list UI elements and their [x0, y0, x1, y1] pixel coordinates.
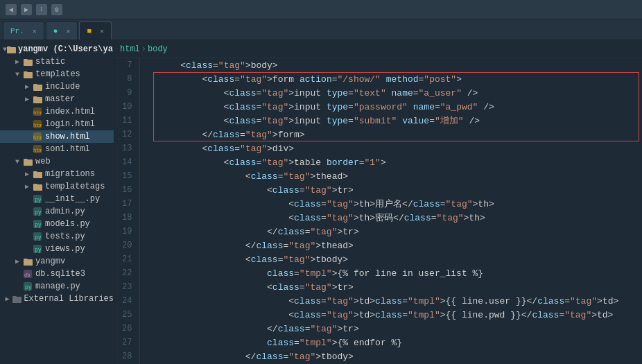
tab-urls-py[interactable]: Pr. ✕	[3, 21, 44, 40]
sidebar-item-yangmv[interactable]: ▼yangmv (C:\Users\ya...	[0, 43, 114, 55]
tree-icon-views_py: py	[32, 244, 43, 254]
line-content[interactable]: <class="tag">input type="submit" value="…	[153, 114, 642, 128]
line-content[interactable]: <class="tag">thead>	[153, 169, 642, 183]
sidebar-label-models_py: models.py	[45, 219, 90, 229]
line-number: 17	[114, 197, 139, 211]
line-content[interactable]: <class="tag">td>class="tmpl">{{ line.pwd…	[153, 308, 642, 322]
sidebar-label-manage_py: manage.py	[35, 281, 80, 291]
svg-text:htm: htm	[33, 148, 42, 153]
sidebar-item-son1_html[interactable]: htmson1.html	[0, 143, 114, 155]
line-number: 11	[114, 114, 139, 128]
sidebar-label-web: web	[35, 157, 51, 166]
svg-text:db: db	[24, 272, 30, 278]
tab-views-py[interactable]: ● ✕	[46, 21, 78, 40]
sidebar-item-db_sqlite3[interactable]: dbdb.sqlite3	[0, 268, 114, 280]
sidebar-label-include: include	[45, 82, 80, 92]
breadcrumb-html[interactable]: html	[120, 44, 140, 54]
line-content[interactable]: class="tmpl">{% for line in user_list %}	[153, 266, 642, 280]
code-line-9: 9 <class="tag">input type="text" name="a…	[114, 86, 642, 100]
tab-close-icon[interactable]: ✕	[33, 27, 37, 35]
line-content[interactable]: </class="tag">thead>	[153, 239, 642, 252]
sidebar-item-show_html[interactable]: htmshow.html	[0, 130, 114, 143]
sidebar-item-ext_libs[interactable]: ▶External Libraries	[0, 293, 114, 305]
line-content[interactable]: </class="tag">form>	[153, 128, 642, 141]
breadcrumb-body[interactable]: body	[148, 44, 168, 54]
sidebar-item-templates[interactable]: ▼templates	[0, 68, 114, 80]
sidebar-item-include[interactable]: ▶include	[0, 80, 114, 93]
sidebar-item-yangmv2[interactable]: ▶yangmv	[0, 255, 114, 268]
refresh-icon[interactable]: ↕	[36, 4, 47, 15]
sidebar-label-init_py: __init__.py	[45, 194, 100, 204]
tree-icon-static	[22, 57, 33, 67]
line-content[interactable]: </class="tag">tr>	[153, 322, 642, 336]
sidebar-item-login_html[interactable]: htmlogin.html	[0, 118, 114, 130]
sidebar-item-index_html[interactable]: htmindex.html	[0, 105, 114, 118]
line-content[interactable]: <class="tag">td>class="tmpl">{{ line.use…	[153, 294, 642, 308]
tree-arrow-static: ▶	[12, 58, 22, 66]
code-line-21: 21 <class="tag">tbody>	[114, 252, 642, 266]
line-content[interactable]: <class="tag">tbody>	[153, 252, 642, 266]
line-content[interactable]: <class="tag">th>密码</class="tag">th>	[153, 211, 642, 225]
code-line-8: 8 <class="tag">form action="/show/" meth…	[114, 72, 642, 86]
sidebar-item-models_py[interactable]: pymodels.py	[0, 218, 114, 230]
line-gutter	[139, 169, 153, 183]
sidebar-label-migrations: migrations	[45, 169, 95, 179]
sidebar-item-templatetags[interactable]: ▶templatetags	[0, 180, 114, 193]
sidebar-item-master[interactable]: ▶master	[0, 93, 114, 105]
line-content[interactable]: class="tmpl">{% endfor %}	[153, 336, 642, 349]
tree-icon-manage_py: py	[22, 281, 33, 291]
sidebar-item-tests_py[interactable]: pytests.py	[0, 230, 114, 243]
forward-icon[interactable]: ▶	[21, 4, 32, 15]
sidebar-label-db_sqlite3: db.sqlite3	[35, 269, 85, 279]
sidebar-item-admin_py[interactable]: pyadmin.py	[0, 205, 114, 218]
tree-arrow-templates: ▼	[12, 71, 22, 78]
line-content[interactable]: </class="tag">tbody>	[153, 349, 642, 363]
tree-arrow-templatetags: ▶	[22, 182, 32, 191]
code-line-22: 22 class="tmpl">{% for line in user_list…	[114, 266, 642, 280]
tree-icon-include	[32, 82, 43, 92]
line-content[interactable]: <class="tag">tr>	[153, 183, 642, 197]
line-content[interactable]: <class="tag">div>	[153, 141, 642, 155]
code-line-11: 11 <class="tag">input type="submit" valu…	[114, 114, 642, 128]
line-content[interactable]: <class="tag">form action="/show/" method…	[153, 72, 642, 86]
sidebar-label-login_html: login.html	[45, 119, 95, 129]
tab-close-icon[interactable]: ✕	[66, 27, 70, 35]
tab-show-html[interactable]: ■ ✕	[79, 21, 112, 40]
sidebar-item-views_py[interactable]: pyviews.py	[0, 243, 114, 255]
tab-close-icon[interactable]: ✕	[100, 27, 104, 35]
sidebar-item-init_py[interactable]: py__init__.py	[0, 193, 114, 205]
line-number: 20	[114, 239, 139, 252]
line-gutter	[139, 141, 153, 155]
line-gutter	[139, 349, 153, 363]
sidebar-item-manage_py[interactable]: pymanage.py	[0, 280, 114, 293]
svg-text:py: py	[35, 234, 42, 241]
line-gutter	[139, 336, 153, 349]
sidebar-item-migrations[interactable]: ▶migrations	[0, 168, 114, 180]
settings-icon[interactable]: ⚙	[51, 4, 62, 15]
line-gutter	[139, 58, 153, 72]
py-icon: Pr.	[10, 27, 24, 35]
line-content[interactable]: <class="tag">input type="text" name="a_u…	[153, 86, 642, 100]
code-editor[interactable]: 7 <class="tag">body>8 <class="tag">form …	[114, 58, 642, 364]
breadcrumb-sep: ›	[141, 44, 146, 54]
line-content[interactable]: <class="tag">table border="1">	[153, 155, 642, 169]
line-gutter	[139, 211, 153, 225]
sidebar-label-tests_py: tests.py	[45, 232, 85, 241]
sidebar-item-web[interactable]: ▼web	[0, 155, 114, 168]
line-gutter	[139, 294, 153, 308]
back-icon[interactable]: ◀	[6, 4, 17, 15]
line-content[interactable]: <class="tag">input type="password" name=…	[153, 100, 642, 114]
line-content[interactable]: <class="tag">body>	[153, 58, 642, 72]
tree-icon-admin_py: py	[32, 207, 43, 216]
line-number: 22	[114, 266, 139, 280]
line-content[interactable]: <class="tag">tr>	[153, 280, 642, 294]
line-content[interactable]: <class="tag">th>用户名</class="tag">th>	[153, 197, 642, 211]
sidebar-item-static[interactable]: ▶static	[0, 55, 114, 68]
line-content[interactable]: </class="tag">tr>	[153, 225, 642, 239]
file-tree-sidebar[interactable]: ▼yangmv (C:\Users\ya...▶static▼templates…	[0, 40, 114, 364]
tab-bar: Pr. ✕ ● ✕ ■ ✕	[0, 19, 642, 40]
tree-icon-tests_py: py	[32, 232, 43, 241]
code-line-23: 23 <class="tag">tr>	[114, 280, 642, 294]
code-line-15: 15 <class="tag">thead>	[114, 169, 642, 183]
tree-icon-index_html: htm	[32, 107, 43, 116]
